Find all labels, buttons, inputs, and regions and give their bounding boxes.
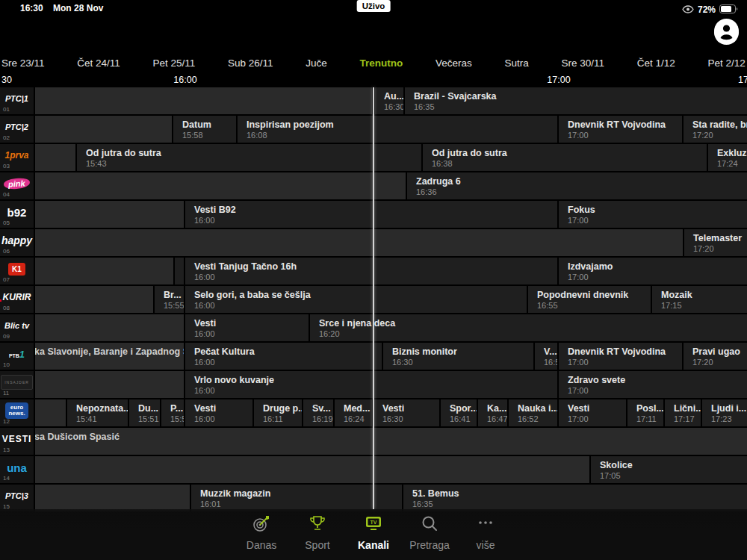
program-cell[interactable]: Srce i njena deca16:20 — [310, 314, 747, 341]
program-cell[interactable]: Popodnevni dnevnik16:55 — [528, 286, 651, 313]
channel-cell-04[interactable]: pink04 — [0, 172, 34, 199]
program-cell[interactable]: Selo gori, a baba se češlja16:00 — [185, 286, 527, 313]
date-tab-pet-2-12[interactable]: Pet 2/12 — [708, 55, 746, 72]
channel-cell-13[interactable]: VESTI13 — [0, 428, 34, 455]
program-cell[interactable]: Ljudi i...17:23 — [702, 399, 747, 426]
date-tab-čet-24-11[interactable]: Čet 24/11 — [77, 55, 120, 72]
program-cell[interactable]: Od jutra do sutra15:43 — [77, 144, 421, 171]
tab-sport[interactable]: Sport — [294, 514, 341, 551]
program-cell[interactable] — [35, 201, 184, 228]
program-cell[interactable]: Vesti16:00 — [185, 399, 252, 426]
channel-cell-12[interactable]: euronews.12 — [0, 399, 34, 426]
channel-cell-08[interactable]: KURIR08 — [0, 286, 34, 313]
program-cell[interactable]: Zadruga 616:36 — [407, 172, 747, 199]
program-cell[interactable] — [35, 286, 153, 313]
program-cell[interactable]: Lični...17:17 — [665, 399, 701, 426]
tab-kanali[interactable]: TVKanali — [350, 514, 397, 551]
program-cell[interactable]: Sv...16:19 — [303, 399, 333, 426]
channel-cell-10[interactable]: РТВ110 — [0, 343, 34, 370]
date-tab-sutra[interactable]: Sutra — [505, 55, 529, 72]
channel-cell-03[interactable]: 1prva03 — [0, 144, 34, 171]
program-cell[interactable]: 51. Bemus16:35 — [403, 485, 747, 511]
program-cell[interactable]: ka Slavonije, Baranje i Zapadnog Srema — [35, 343, 184, 370]
program-cell[interactable]: Datum15:58 — [173, 116, 236, 143]
date-tab-juče[interactable]: Juče — [306, 55, 327, 72]
date-tab-trenutno[interactable]: Trenutno — [360, 55, 403, 72]
program-cell[interactable]: Izdvajamo17:00 — [559, 258, 747, 284]
program-title: sa Dušicom Spasić — [35, 428, 747, 442]
program-cell[interactable]: Mozaik17:15 — [652, 286, 747, 313]
program-cell[interactable]: P...15:5 — [161, 399, 184, 426]
channel-cell-14[interactable]: una14 — [0, 456, 34, 483]
channel-cell-11[interactable]: INSAJDER11 — [0, 371, 34, 398]
channel-cell-07[interactable]: K107 — [0, 258, 34, 284]
program-cell[interactable]: Pečat Kultura16:00 — [185, 343, 382, 370]
program-cell[interactable]: Inspirisan poezijom16:08 — [238, 116, 557, 143]
program-cell[interactable]: Du...15:51 — [129, 399, 160, 426]
program-cell[interactable]: Posl...17:11 — [627, 399, 663, 426]
program-cell[interactable]: Pravi ugao17:20 — [684, 343, 747, 370]
program-cell[interactable] — [35, 456, 589, 483]
program-cell[interactable]: Vesti17:00 — [559, 399, 626, 426]
program-cell[interactable] — [35, 258, 173, 284]
program-cell[interactable]: Telemaster17:20 — [684, 229, 747, 256]
tab-više[interactable]: više — [462, 514, 509, 551]
channel-cell-05[interactable]: b9205 — [0, 201, 34, 228]
program-cell[interactable] — [35, 116, 172, 143]
program-cell[interactable]: Nauka i...16:52 — [509, 399, 557, 426]
program-cell[interactable]: Vrlo novo kuvanje16:00 — [185, 371, 557, 398]
program-cell[interactable]: Nepoznata...15:41 — [67, 399, 128, 426]
program-cell[interactable]: Zdravo svete17:00 — [559, 371, 747, 398]
date-tab-sre-23-11[interactable]: Sre 23/11 — [1, 55, 45, 72]
date-tab-sub-26-11[interactable]: Sub 26/11 — [228, 55, 273, 72]
program-cell[interactable]: Ka...16:47 — [478, 399, 507, 426]
program-cell[interactable]: Br...15:55 — [155, 286, 184, 313]
program-cell[interactable]: Au...16:30 — [375, 87, 403, 114]
program-cell[interactable]: Spor...16:41 — [441, 399, 477, 426]
program-cell[interactable]: Druge p...16:11 — [254, 399, 302, 426]
program-cell[interactable]: Sta radite, bre17:20 — [684, 116, 747, 143]
date-tab-čet-1-12[interactable]: Čet 1/12 — [637, 55, 675, 72]
profile-button[interactable] — [714, 20, 739, 45]
program-cell[interactable]: Biznis monitor16:30 — [383, 343, 533, 370]
channel-cell-02[interactable]: РТС|202 — [0, 116, 34, 143]
program-cell[interactable] — [175, 258, 184, 284]
program-cell[interactable]: Fokus17:00 — [559, 201, 747, 228]
program-cell[interactable]: Vesti16:30 — [374, 399, 439, 426]
program-cell[interactable]: Vesti16:00 — [185, 314, 309, 341]
program-cell[interactable] — [35, 485, 190, 511]
program-cell[interactable]: Dnevnik RT Vojvodina17:00 — [559, 116, 682, 143]
program-cell[interactable]: Od jutra do sutra16:38 — [423, 144, 707, 171]
channel-cell-15[interactable]: РТС|315 — [0, 485, 34, 511]
program-cell[interactable]: Exkluziv17:24 — [708, 144, 747, 171]
program-cell[interactable] — [35, 172, 406, 199]
program-cell[interactable] — [35, 144, 75, 171]
channel-cell-06[interactable]: happy06 — [0, 229, 34, 256]
program-cell[interactable] — [35, 399, 66, 426]
program-cell[interactable]: Muzzik magazin16:01 — [191, 485, 402, 511]
program-cell[interactable] — [35, 229, 683, 256]
program-cell[interactable] — [35, 87, 372, 114]
program-cell[interactable]: Skolice17:05 — [591, 456, 747, 483]
channel-cell-09[interactable]: Blic tv09 — [0, 314, 34, 341]
program-cell[interactable]: Med...16:24 — [335, 399, 372, 426]
date-tab-večeras[interactable]: Večeras — [436, 55, 472, 72]
pink-logo-icon: pink — [0, 175, 34, 193]
date-tab-pet-25-11[interactable]: Pet 25/11 — [153, 55, 196, 72]
date-tab-sre-30-11[interactable]: Sre 30/11 — [562, 55, 605, 72]
program-cell[interactable]: V...16:5 — [535, 343, 557, 370]
program-cell[interactable] — [35, 314, 184, 341]
tab-danas[interactable]: Danas — [238, 514, 285, 551]
program-start-time: 16:41 — [441, 414, 477, 423]
program-cell[interactable]: Brazil - Svajcarska16:35 — [405, 87, 747, 114]
tab-pretraga[interactable]: Pretraga — [406, 514, 453, 551]
program-cell[interactable]: Dnevnik RT Vojvodina17:00 — [559, 343, 682, 370]
vesti-logo-icon: VESTI — [0, 430, 34, 448]
program-cell[interactable]: Vesti Tanjug Tačno 16h16:00 — [185, 258, 557, 284]
program-cell[interactable]: sa Dušicom Spasić — [35, 428, 747, 455]
channel-cell-01[interactable]: РТС|101 — [0, 87, 34, 114]
program-cell[interactable]: Vesti B9216:00 — [185, 201, 557, 228]
battery-percent: 72% — [698, 4, 716, 15]
time-label: 17:00 — [547, 75, 570, 85]
program-cell[interactable] — [35, 371, 184, 398]
